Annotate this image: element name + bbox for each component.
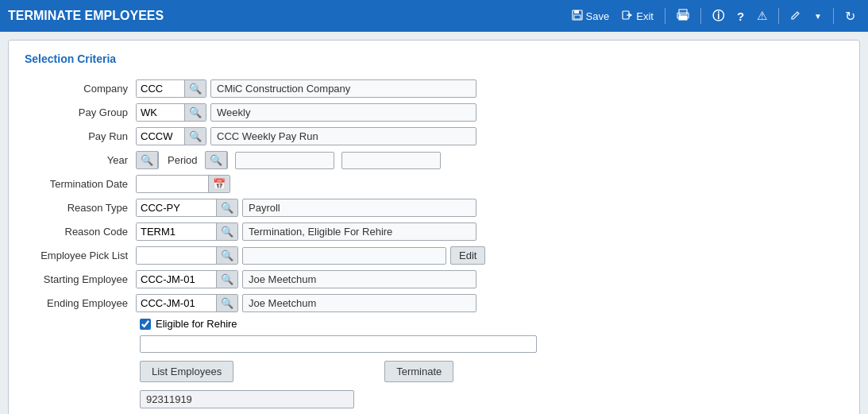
- reason-code-input[interactable]: [137, 223, 216, 240]
- reason-type-search-button[interactable]: 🔍: [216, 199, 237, 216]
- divider-4: [833, 8, 834, 24]
- period-description2: [341, 152, 441, 169]
- help-icon: ?: [737, 10, 744, 23]
- save-button[interactable]: Save: [567, 6, 615, 26]
- terminate-button[interactable]: Terminate: [384, 361, 453, 382]
- termination-date-field: 📅: [136, 175, 230, 193]
- company-description: CMiC Construction Company: [210, 79, 476, 98]
- termination-date-input[interactable]: [137, 176, 208, 192]
- divider-3: [778, 8, 779, 24]
- reason-type-code-input[interactable]: [137, 199, 216, 216]
- company-label: Company: [25, 83, 136, 95]
- pay-run-search-button[interactable]: 🔍: [184, 128, 206, 145]
- ending-employee-search-button[interactable]: 🔍: [216, 295, 237, 311]
- reason-type-code-input-wrap: 🔍: [136, 199, 238, 217]
- year-search-button[interactable]: 🔍: [137, 152, 158, 168]
- period-search-button[interactable]: 🔍: [206, 152, 227, 168]
- svg-rect-2: [574, 15, 581, 19]
- starting-employee-field: 🔍 Joe Meetchum: [136, 270, 476, 288]
- search-icon: 🔍: [221, 297, 233, 309]
- exit-icon: [622, 10, 633, 23]
- refresh-button[interactable]: ↻: [840, 6, 860, 27]
- reason-code-label: Reason Code: [25, 226, 136, 238]
- warning-button[interactable]: ⚠: [752, 6, 772, 26]
- starting-employee-input[interactable]: [137, 271, 216, 288]
- pay-group-search-button[interactable]: 🔍: [184, 104, 206, 121]
- pay-run-code-input[interactable]: [137, 128, 184, 145]
- ending-employee-field: 🔍 Joe Meetchum: [136, 294, 476, 312]
- starting-employee-input-wrap: 🔍: [136, 270, 238, 288]
- reason-type-label: Reason Type: [25, 202, 136, 214]
- divider-2: [700, 8, 701, 24]
- ending-employee-input[interactable]: [137, 295, 216, 311]
- pay-group-code-input-wrap: 🔍: [136, 103, 206, 122]
- selection-criteria-panel: Selection Criteria Company 🔍 CMiC Constr…: [8, 40, 860, 414]
- pay-group-code-input[interactable]: [137, 104, 184, 121]
- employee-pick-list-row: Employee Pick List 🔍 Edit: [25, 246, 843, 265]
- dropdown-button[interactable]: ▼: [809, 9, 827, 24]
- employee-pick-list-field: 🔍 Edit: [136, 246, 485, 265]
- notes-row: [140, 335, 843, 353]
- employee-pick-list-edit-button[interactable]: Edit: [450, 246, 485, 265]
- termination-date-label: Termination Date: [25, 178, 136, 190]
- print-button[interactable]: [672, 6, 694, 27]
- status-row: [140, 390, 843, 408]
- employee-pick-list-input[interactable]: [137, 247, 216, 264]
- starting-employee-description: Joe Meetchum: [242, 270, 476, 288]
- year-period-row: Year 🔍 Period 🔍: [25, 151, 843, 169]
- employee-pick-list-description: [242, 247, 446, 265]
- pay-run-row: Pay Run 🔍 CCC Weekly Pay Run: [25, 127, 843, 145]
- svg-rect-7: [679, 16, 687, 20]
- status-field[interactable]: [140, 390, 354, 408]
- company-search-button[interactable]: 🔍: [184, 80, 206, 97]
- notes-input[interactable]: [140, 335, 537, 353]
- company-code-input[interactable]: [137, 80, 184, 97]
- search-icon: 🔍: [141, 154, 153, 166]
- period-label: Period: [168, 154, 198, 166]
- search-icon: 🔍: [221, 202, 233, 214]
- employee-pick-list-search-button[interactable]: 🔍: [216, 247, 237, 264]
- eligible-rehire-checkbox[interactable]: [140, 319, 151, 330]
- search-icon: 🔍: [221, 250, 233, 261]
- starting-employee-search-button[interactable]: 🔍: [216, 271, 237, 288]
- pay-run-field: 🔍 CCC Weekly Pay Run: [136, 127, 476, 145]
- starting-employee-label: Starting Employee: [25, 273, 136, 285]
- header-actions: Save Exit ⓘ ? ⚠: [567, 6, 860, 27]
- pay-run-code-input-wrap: 🔍: [136, 127, 206, 145]
- info-button[interactable]: ⓘ: [708, 6, 729, 27]
- content-area: Selection Criteria Company 🔍 CMiC Constr…: [0, 32, 868, 414]
- refresh-icon: ↻: [845, 9, 855, 24]
- divider-1: [665, 8, 665, 24]
- ending-employee-input-wrap: 🔍: [136, 294, 238, 312]
- employee-pick-list-input-wrap: 🔍: [136, 246, 238, 265]
- svg-rect-8: [679, 14, 681, 16]
- warning-icon: ⚠: [757, 9, 767, 23]
- reason-code-search-button[interactable]: 🔍: [216, 223, 237, 240]
- ending-employee-row: Ending Employee 🔍 Joe Meetchum: [25, 294, 843, 312]
- pay-group-field: 🔍 Weekly: [136, 103, 476, 122]
- year-input-wrap: 🔍: [136, 151, 159, 169]
- edit-mode-button[interactable]: [785, 6, 806, 26]
- header-bar: TERMINATE EMPLOYEES Save Exit ⓘ ?: [0, 0, 868, 32]
- list-employees-button[interactable]: List Employees: [140, 361, 233, 382]
- reason-type-field: 🔍 Payroll: [136, 199, 476, 217]
- save-icon: [572, 10, 583, 23]
- company-code-input-wrap: 🔍: [136, 79, 206, 98]
- reason-type-row: Reason Type 🔍 Payroll: [25, 199, 843, 217]
- panel-title: Selection Criteria: [25, 52, 843, 68]
- pay-run-description: CCC Weekly Pay Run: [210, 127, 476, 145]
- search-icon: 🔍: [210, 154, 222, 166]
- year-period-field: 🔍 Period 🔍: [136, 151, 441, 169]
- company-field: 🔍 CMiC Construction Company: [136, 79, 476, 98]
- calendar-button[interactable]: 📅: [208, 176, 230, 192]
- exit-button[interactable]: Exit: [617, 6, 658, 26]
- reason-code-description: Termination, Eligible For Rehire: [242, 222, 476, 241]
- search-icon: 🔍: [189, 83, 202, 95]
- pay-group-row: Pay Group 🔍 Weekly: [25, 103, 843, 122]
- help-button[interactable]: ?: [732, 6, 749, 26]
- ending-employee-description: Joe Meetchum: [242, 294, 476, 312]
- termination-date-input-wrap: 📅: [136, 175, 230, 193]
- svg-rect-5: [679, 10, 687, 14]
- reason-code-input-wrap: 🔍: [136, 222, 238, 241]
- print-icon: [677, 9, 689, 24]
